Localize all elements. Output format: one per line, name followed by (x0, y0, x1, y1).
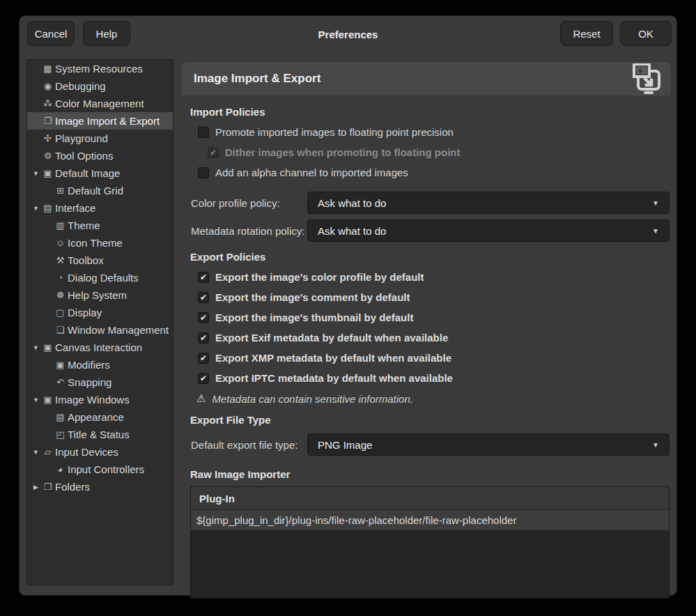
sidebar-item-label: Folders (55, 481, 90, 493)
dialog-defaults-icon: ◔ (54, 272, 66, 283)
sidebar-item-label: Tool Options (55, 150, 113, 162)
sidebar-item-label: Debugging (55, 80, 106, 92)
sidebar-item-image-import-export[interactable]: ❐Image Import & Export (27, 112, 173, 130)
sidebar-item-input-controllers[interactable]: ◕Input Controllers (27, 461, 173, 478)
sidebar-item-modifiers[interactable]: ▣Modifiers (27, 356, 173, 374)
modifiers-icon: ▣ (54, 360, 66, 370)
help-system-icon: ☸ (54, 290, 66, 300)
input-controllers-icon: ◕ (54, 464, 66, 475)
sidebar-item-label: Color Management (55, 98, 144, 109)
section-import-policies: Import Policies (190, 106, 670, 118)
checkbox-label: Export the image's comment by default (215, 291, 410, 303)
sidebar-item-label: Help System (68, 289, 127, 301)
sidebar-item-playground[interactable]: ✣Playground (27, 130, 173, 147)
expander-down-icon[interactable]: ▼ (30, 170, 42, 177)
sidebar-item-label: Image Import & Export (55, 115, 160, 127)
metadata-rotation-policy-select[interactable]: Ask what to do ▼ (307, 220, 670, 242)
expander-right-icon[interactable]: ▶ (30, 484, 42, 491)
checkbox-unchecked[interactable] (198, 127, 209, 138)
default-export-file-type-value: PNG Image (318, 439, 652, 451)
checkbox-unchecked[interactable] (198, 167, 209, 178)
sidebar-item-tool-options[interactable]: ⚙Tool Options (27, 147, 173, 164)
sidebar-item-toolbox[interactable]: ⚒Toolbox (27, 252, 173, 269)
sidebar-item-label: Window Management (68, 324, 169, 336)
checkbox-label: Add an alpha channel to imported images (215, 167, 408, 178)
sidebar-item-interface[interactable]: ▼▤Interface (27, 199, 173, 217)
checkbox-checked[interactable]: ✔ (198, 353, 209, 364)
checkbox-label: Export IPTC metadata by default when ava… (215, 372, 453, 384)
sidebar-item-label: Snapping (68, 376, 111, 388)
image-windows-icon: ▣ (42, 394, 54, 405)
folders-icon: ❒ (42, 482, 54, 492)
sidebar-item-label: Playground (55, 132, 108, 144)
metadata-rotation-policy-label: Metadata rotation policy: (190, 225, 307, 237)
metadata-warning: ⚠ Metadata can contain sensitive informa… (190, 392, 670, 405)
color-profile-policy-select[interactable]: Ask what to do ▼ (307, 192, 670, 214)
sidebar-item-system-resources[interactable]: ▦System Resources (27, 60, 173, 77)
sidebar-item-icon-theme[interactable]: ☺Icon Theme (27, 234, 173, 252)
color-management-icon: ⁂ (42, 98, 54, 109)
checkbox-row: Promote imported images to floating poin… (190, 126, 670, 138)
color-profile-policy-value: Ask what to do (318, 197, 652, 209)
sidebar-item-color-management[interactable]: ⁂Color Management (27, 95, 173, 112)
sidebar-item-label: Title & Status (68, 429, 130, 440)
sidebar-item-help-system[interactable]: ☸Help System (27, 286, 173, 304)
sidebar-item-snapping[interactable]: ↶Snapping (27, 374, 173, 391)
default-export-file-type-label: Default export file type: (190, 439, 307, 451)
expander-down-icon[interactable]: ▼ (30, 449, 42, 456)
checkbox-checked[interactable]: ✔ (198, 373, 209, 384)
default-export-file-type-row: Default export file type: PNG Image ▼ (190, 433, 670, 456)
sidebar-item-label: Default Grid (68, 185, 123, 197)
section-export-file-type: Export File Type (190, 414, 670, 426)
expander-down-icon[interactable]: ▼ (30, 344, 42, 351)
cancel-button[interactable]: Cancel (27, 21, 75, 46)
window-management-icon: ❏ (54, 325, 66, 335)
import-policies-checkboxes: Promote imported images to floating poin… (190, 126, 670, 178)
sidebar-item-image-windows[interactable]: ▼▣Image Windows (27, 391, 173, 408)
display-icon: ▢ (54, 307, 66, 318)
sidebar-item-label: Input Devices (55, 446, 118, 458)
checkbox-row: ✔Export the image's color profile by def… (190, 271, 670, 283)
checkbox-row: ✔Export Exif metadata by default when av… (190, 332, 670, 344)
input-devices-icon: ▱ (42, 447, 54, 457)
checkbox-checked[interactable]: ✔ (198, 312, 209, 323)
reset-button[interactable]: Reset (560, 21, 613, 46)
sidebar-item-window-management[interactable]: ❏Window Management (27, 321, 173, 339)
sidebar-item-debugging[interactable]: ◉Debugging (27, 77, 173, 95)
checkbox-checked[interactable]: ✔ (198, 272, 209, 283)
sidebar-item-theme[interactable]: ▥Theme (27, 217, 173, 234)
interface-icon: ▤ (42, 203, 54, 213)
sidebar-item-title-status[interactable]: ◰Title & Status (27, 426, 173, 443)
chevron-down-icon: ▼ (652, 199, 659, 207)
sidebar-item-label: Canvas Interaction (55, 341, 142, 353)
icon-theme-icon: ☺ (54, 238, 66, 248)
sidebar-item-input-devices[interactable]: ▼▱Input Devices (27, 443, 173, 461)
sidebar-item-appearance[interactable]: ▤Appearance (27, 408, 173, 426)
default-export-file-type-select[interactable]: PNG Image ▼ (307, 433, 670, 456)
panel-header: Image Import & Export (182, 62, 670, 95)
checkbox-checked[interactable]: ✔ (198, 292, 209, 303)
checkbox-label: Export the image's thumbnail by default (215, 311, 413, 323)
expander-down-icon[interactable]: ▼ (30, 396, 42, 403)
sidebar-item-default-grid[interactable]: ⊞Default Grid (27, 182, 173, 199)
sidebar-item-default-image[interactable]: ▼▣Default Image (27, 164, 173, 182)
table-row[interactable]: ${gimp_plug_in_dir}/plug-ins/file-raw-pl… (191, 510, 669, 530)
title-status-icon: ◰ (54, 429, 66, 440)
dialog-titlebar: Cancel Help Preferences Reset OK (20, 16, 676, 52)
sidebar-item-label: Icon Theme (68, 237, 123, 249)
help-button[interactable]: Help (83, 21, 130, 46)
sidebar-item-dialog-defaults[interactable]: ◔Dialog Defaults (27, 269, 173, 286)
page-title: Image Import & Export (182, 72, 320, 86)
toolbox-icon: ⚒ (54, 255, 66, 265)
raw-importer-column-header[interactable]: Plug-In (191, 487, 669, 510)
sidebar-item-label: Toolbox (68, 254, 104, 266)
checkbox-checked[interactable]: ✔ (198, 332, 209, 344)
expander-down-icon[interactable]: ▼ (30, 205, 42, 212)
appearance-icon: ▤ (54, 412, 66, 422)
sidebar-item-display[interactable]: ▢Display (27, 304, 173, 321)
sidebar-item-folders[interactable]: ▶❒Folders (27, 478, 173, 495)
ok-button[interactable]: OK (620, 21, 672, 46)
sidebar-item-canvas-interaction[interactable]: ▼▣Canvas Interaction (27, 339, 173, 356)
sidebar-item-label: Interface (55, 202, 95, 214)
image-import-export-icon (631, 63, 665, 98)
